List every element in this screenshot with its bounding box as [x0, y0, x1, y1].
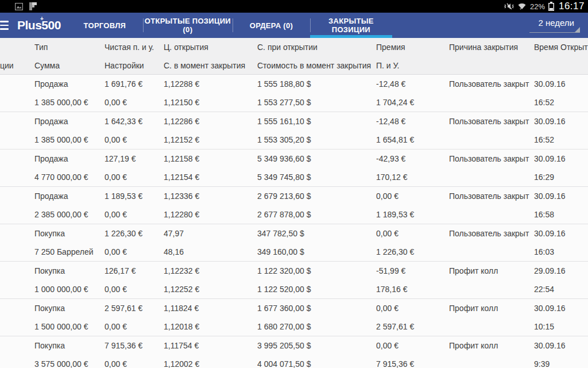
row-7-date: 30.09.16	[534, 336, 588, 355]
row-0-close-price: 1,12150 €	[164, 93, 257, 112]
row-0-premium: -12,48 €	[376, 75, 449, 93]
row-3-close-value: 2 677 878,00 $	[257, 205, 376, 224]
flipboard-icon	[29, 2, 38, 11]
row-1-time: 16:52	[534, 131, 588, 149]
position-row-5[interactable]: Покупка1 000 000,00 €126,17 €0,00 €1,122…	[0, 262, 588, 299]
row-6-close-price: 1,12018 €	[164, 317, 257, 336]
position-row-2[interactable]: Продажа4 770 000,00 €127,19 €0,00 €1,121…	[0, 150, 588, 187]
row-4-pl: 1 226,30 €	[376, 243, 449, 261]
row-1-open-price: 1,12286 €	[164, 112, 257, 131]
row-3-settings: 0,00 €	[105, 205, 164, 224]
positions-table: Продажа1 385 000,00 €1 691,76 €0,00 €1,1…	[0, 75, 588, 368]
row-2-instrument	[0, 150, 34, 168]
row-6-close-reason: Профит колл	[449, 299, 534, 317]
row-3-time: 16:58	[534, 205, 588, 224]
row-7-premium: 0,00 €	[376, 336, 449, 355]
row-2-instrument2	[0, 168, 34, 186]
row-6-close-value: 1 680 270,00 $	[257, 317, 376, 336]
wifi-icon	[517, 2, 527, 10]
row-1-pl: 1 654,81 €	[376, 131, 449, 149]
position-row-0[interactable]: Продажа1 385 000,00 €1 691,76 €0,00 €1,1…	[0, 75, 588, 112]
row-5-close-price: 1,12252 €	[164, 280, 257, 298]
row-3-net-pl: 1 189,53 €	[105, 187, 164, 205]
row-4-date: 30.09.16	[534, 224, 588, 243]
menu-icon[interactable]	[0, 13, 9, 38]
header-col-4-line1: С. при открытии	[257, 38, 376, 56]
position-row-4[interactable]: Покупка7 250 Баррелей1 226,30 €0,00 €47,…	[0, 224, 588, 262]
row-5-settings: 0,00 €	[105, 280, 164, 298]
header-col-2-line2: Настройки	[105, 56, 164, 74]
row-0-instrument2	[0, 93, 34, 112]
position-row-6[interactable]: Покупка1 500 000,00 €2 597,61 €0,00 €1,1…	[0, 299, 588, 336]
row-1-premium: -12,48 €	[376, 112, 449, 131]
header-col-7-line1: Время Открытия	[534, 38, 588, 56]
row-1-date: 30.09.16	[534, 112, 588, 131]
row-4-settings: 0,00 €	[105, 243, 164, 261]
row-5-amount: 1 000 000,00 €	[34, 280, 105, 298]
row-1-close-value: 1 553 305,20 $	[257, 131, 376, 149]
row-7-close-reason2	[449, 355, 534, 368]
tab-2[interactable]: ОРДЕРА (0)	[233, 13, 310, 38]
row-0-net-pl: 1 691,76 €	[105, 75, 164, 93]
row-2-date: 30.09.16	[534, 150, 588, 168]
row-7-close-reason: Профит колл	[449, 336, 534, 355]
row-7-type: Покупка	[34, 336, 105, 355]
row-0-date: 30.09.16	[534, 75, 588, 93]
row-6-settings: 0,00 €	[105, 317, 164, 336]
row-5-premium: -51,99 €	[376, 262, 449, 280]
row-4-net-pl: 1 226,30 €	[105, 224, 164, 243]
mute-vibrate-icon	[504, 2, 514, 10]
position-row-7[interactable]: Покупка3 575 000,00 €7 915,36 €0,00 €1,1…	[0, 336, 588, 368]
row-5-net-pl: 126,17 €	[105, 262, 164, 280]
row-6-amount: 1 500 000,00 €	[34, 317, 105, 336]
row-2-close-reason: Пользователь закрыт	[449, 150, 534, 168]
position-row-3[interactable]: Продажа2 385 000,00 €1 189,53 €0,00 €1,1…	[0, 187, 588, 224]
row-5-instrument	[0, 262, 34, 280]
row-0-close-reason2	[449, 93, 534, 112]
row-5-type: Покупка	[34, 262, 105, 280]
row-7-pl: 7 915,36 €	[376, 355, 449, 368]
clock: 16:17	[559, 1, 585, 12]
row-5-time: 22:54	[534, 280, 588, 298]
row-7-close-price: 1,12002 €	[164, 355, 257, 368]
battery-percent: 22%	[530, 2, 545, 11]
row-5-open-price: 1,12232 €	[164, 262, 257, 280]
row-7-amount: 3 575 000,00 €	[34, 355, 105, 368]
header-col-1-line2: Сумма	[34, 56, 105, 74]
row-4-open-value: 347 782,50 $	[257, 224, 376, 243]
row-0-open-value: 1 555 188,80 $	[257, 75, 376, 93]
row-3-instrument	[0, 187, 34, 205]
row-4-amount: 7 250 Баррелей	[34, 243, 105, 261]
row-5-instrument2	[0, 280, 34, 298]
row-4-close-value: 349 160,00 $	[257, 243, 376, 261]
row-3-close-price: 1,12280 €	[164, 205, 257, 224]
row-2-amount: 4 770 000,00 €	[34, 168, 105, 186]
row-2-open-price: 1,12158 €	[164, 150, 257, 168]
row-6-instrument	[0, 299, 34, 317]
row-2-close-value: 5 349 745,80 $	[257, 168, 376, 186]
row-1-type: Продажа	[34, 112, 105, 131]
header-col-2-line1: Чистая п. и у.	[105, 38, 164, 56]
row-1-instrument2	[0, 131, 34, 149]
header-col-6-line1: Причина закрытия	[449, 38, 534, 56]
row-4-instrument2	[0, 243, 34, 261]
tab-0[interactable]: ТОРГОВЛЯ	[67, 13, 143, 38]
row-1-settings: 0,00 €	[105, 131, 164, 149]
row-0-amount: 1 385 000,00 €	[34, 93, 105, 112]
row-4-close-reason: Пользователь закрыт	[449, 224, 534, 243]
position-row-1[interactable]: Продажа1 385 000,00 €1 642,33 €0,00 €1,1…	[0, 112, 588, 150]
row-4-instrument	[0, 224, 34, 243]
header-col-0-line1	[0, 38, 34, 56]
screenshot-icon	[15, 3, 23, 10]
header-col-5-line2: П. и У.	[376, 56, 449, 74]
header-col-7-line2	[534, 56, 588, 74]
tab-3[interactable]: ЗАКРЫТЫЕ ПОЗИЦИИ	[310, 13, 392, 38]
row-3-date: 30.09.16	[534, 187, 588, 205]
period-dropdown[interactable]: 2 недели	[529, 16, 580, 38]
row-4-time: 16:03	[534, 243, 588, 261]
row-4-type: Покупка	[34, 224, 105, 243]
row-3-pl: 1 189,53 €	[376, 205, 449, 224]
tab-1[interactable]: ОТКРЫТЫЕ ПОЗИЦИИ (0)	[143, 13, 233, 38]
battery-icon	[548, 2, 554, 11]
row-3-close-reason2	[449, 205, 534, 224]
